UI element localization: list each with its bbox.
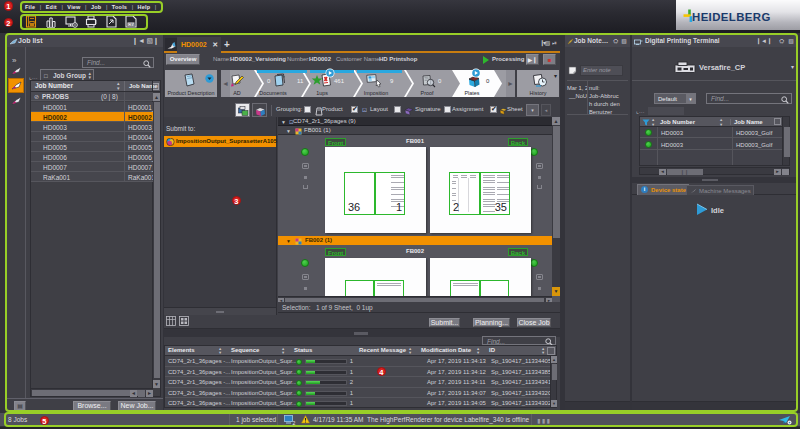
svg-text:CSV: CSV: [128, 23, 135, 27]
svg-text:2: 2: [293, 419, 296, 425]
svg-text:HEIDELBERG: HEIDELBERG: [692, 11, 771, 23]
